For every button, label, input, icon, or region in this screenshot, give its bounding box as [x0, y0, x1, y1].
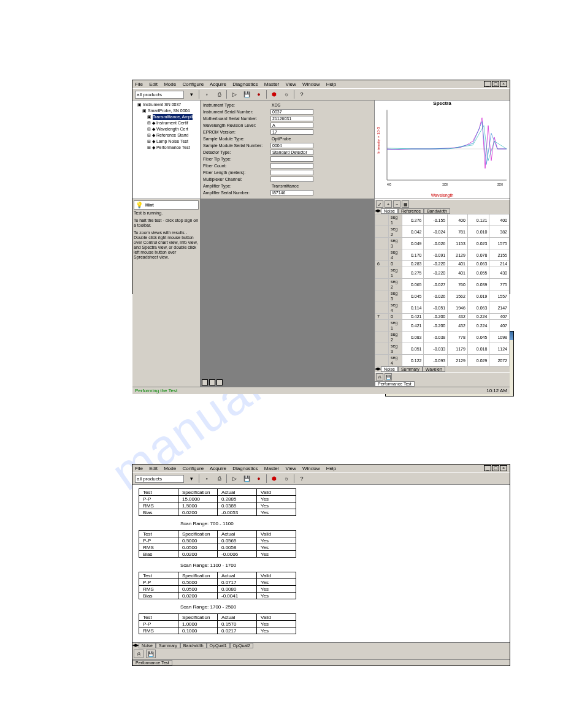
record-icon[interactable]: ●: [254, 474, 264, 483]
play-icon[interactable]: ▷: [229, 89, 239, 99]
zoom-out-icon[interactable]: −: [393, 200, 400, 208]
new-icon[interactable]: ▫: [202, 89, 212, 99]
menu-file[interactable]: File: [135, 466, 143, 471]
print-icon[interactable]: ⎙: [214, 89, 224, 99]
tab-bandwidth[interactable]: Bandwidth: [180, 643, 207, 648]
save-grid-icon[interactable]: 💾: [385, 373, 392, 381]
tab-wavelen[interactable]: Wavelen: [423, 366, 445, 372]
new-icon[interactable]: ▫: [202, 474, 212, 483]
tree-leaf[interactable]: Instrument Certif: [156, 121, 188, 125]
products-dropdown[interactable]: all products: [135, 475, 184, 483]
menu-edit[interactable]: Edit: [149, 82, 158, 87]
tab-noise-lower[interactable]: Noise: [381, 366, 398, 372]
nav-prev-icon[interactable]: [209, 379, 215, 385]
save-icon[interactable]: 💾: [242, 89, 251, 99]
tool-icon[interactable]: ☼: [282, 89, 291, 99]
zoom-full-icon[interactable]: ⤢: [376, 200, 383, 208]
tab-opqual1[interactable]: OpQual1: [207, 643, 230, 648]
spec-cell: 0.0058: [218, 544, 257, 551]
menu-mode[interactable]: Mode: [164, 82, 176, 87]
print-icon[interactable]: ⎙: [214, 474, 224, 483]
tree-instrument[interactable]: Instrument SN 0037: [143, 102, 181, 107]
menu-view[interactable]: View: [286, 466, 296, 471]
maximize-button[interactable]: ▢: [492, 465, 499, 471]
nav-first-icon[interactable]: [202, 379, 208, 385]
products-dropdown[interactable]: all products: [135, 91, 184, 99]
menu-file[interactable]: File: [135, 82, 143, 87]
data-grid[interactable]: seg 10.276-0.1554000.121400seg 20.042-0.…: [375, 214, 510, 366]
tree-smartprobe[interactable]: SmartProbe, SN 0004: [148, 108, 190, 113]
stop-icon[interactable]: ⬢: [269, 474, 279, 483]
refresh-icon[interactable]: ▾: [186, 474, 196, 483]
tab-reference[interactable]: Reference: [398, 208, 424, 214]
grid-cell: seg 3: [389, 290, 402, 302]
menu-view[interactable]: View: [286, 82, 296, 87]
grid-icon[interactable]: ▦: [402, 200, 409, 208]
main-window-report: File Edit Mode Configure Acquire Diagnos…: [132, 464, 510, 666]
menu-master[interactable]: Master: [264, 82, 279, 87]
minimize-button[interactable]: _: [484, 465, 491, 471]
tab-opqual2[interactable]: OpQual2: [230, 643, 253, 648]
print-grid-icon[interactable]: ⎙: [376, 373, 383, 381]
tree-leaf[interactable]: Performance Test: [156, 145, 190, 150]
menu-help[interactable]: Help: [326, 466, 336, 471]
print-icon[interactable]: ⎙: [134, 650, 144, 658]
grid-cell: 0: [389, 314, 402, 320]
grid-cell: 214: [489, 261, 510, 267]
spec-header: Actual: [218, 614, 257, 621]
menu-edit[interactable]: Edit: [149, 466, 158, 471]
menu-configure[interactable]: Configure: [182, 466, 204, 471]
grid-cell: 0.421: [402, 320, 424, 332]
menu-diagnostics[interactable]: Diagnostics: [232, 82, 258, 87]
spec-cell: Yes: [257, 551, 296, 558]
record-icon[interactable]: ●: [254, 89, 264, 99]
tool-icon[interactable]: ☼: [282, 474, 291, 483]
lightbulb-icon: 💡: [136, 202, 143, 208]
menu-mode[interactable]: Mode: [164, 466, 176, 471]
save-icon[interactable]: 💾: [242, 474, 251, 483]
maximize-button[interactable]: ▢: [492, 81, 499, 87]
bottom-tab-perf[interactable]: Performance Test: [132, 660, 172, 665]
grid-cell: 0.063: [467, 302, 489, 314]
svg-text:Intensity × 10-3: Intensity × 10-3: [377, 127, 380, 154]
field-label: Fiber Tip Type:: [203, 157, 270, 161]
stop-icon[interactable]: ⬢: [269, 89, 279, 99]
menu-diagnostics[interactable]: Diagnostics: [232, 466, 258, 471]
tab-summary[interactable]: Summary: [398, 366, 423, 372]
field-label: Fiber Length (meters):: [203, 170, 270, 175]
menu-window[interactable]: Window: [302, 82, 320, 87]
field-value: [270, 170, 313, 175]
tree-leaf[interactable]: Lamp Noise Test: [156, 139, 188, 143]
grid-cell: 401: [448, 261, 468, 267]
grid-cell: 2072: [489, 355, 510, 366]
close-button[interactable]: ×: [500, 81, 507, 87]
zoom-in-icon[interactable]: +: [385, 200, 392, 208]
menu-configure[interactable]: Configure: [182, 82, 204, 87]
tree-leaf[interactable]: Wavelength Cert: [156, 127, 188, 131]
nav-next-icon[interactable]: [216, 379, 223, 385]
save-icon[interactable]: 💾: [146, 650, 156, 658]
menu-help[interactable]: Help: [326, 82, 336, 87]
tab-noise[interactable]: Noise: [139, 643, 156, 648]
tab-noise[interactable]: Noise: [381, 208, 398, 214]
play-icon[interactable]: ▷: [229, 474, 239, 483]
tab-bandwidth[interactable]: Bandwidth: [424, 208, 450, 214]
minimize-button[interactable]: _: [484, 81, 491, 87]
menu-master[interactable]: Master: [264, 466, 279, 471]
help-icon[interactable]: ?: [297, 89, 307, 99]
menu-acquire[interactable]: Acquire: [210, 466, 226, 471]
close-button[interactable]: ×: [500, 465, 507, 471]
field-label: Sample Module Type:: [203, 137, 270, 141]
spec-cell: Yes: [257, 579, 296, 586]
bottom-tab-perf[interactable]: Performance Test: [375, 381, 415, 387]
tab-summary[interactable]: Summary: [156, 643, 180, 648]
grid-cell: [375, 238, 389, 249]
menu-window[interactable]: Window: [302, 466, 320, 471]
tree-transmittance[interactable]: Transmittance, Ampli: [153, 114, 193, 120]
refresh-icon[interactable]: ▾: [186, 89, 196, 99]
grid-cell: 2129: [448, 355, 468, 366]
tree-leaf[interactable]: Reference Stand: [156, 133, 189, 137]
menu-acquire[interactable]: Acquire: [210, 82, 226, 87]
chart-title: Spectra: [375, 100, 510, 106]
help-icon[interactable]: ?: [297, 474, 307, 483]
